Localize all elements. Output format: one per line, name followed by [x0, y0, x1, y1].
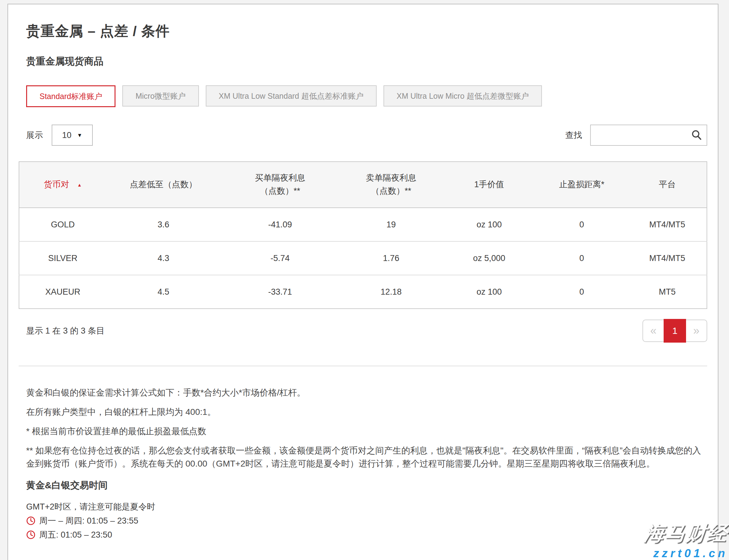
- schedule-weekdays-text: 周一 – 周四: 01:05 – 23:55: [39, 515, 138, 526]
- column-header-lot-value[interactable]: 1手价值: [442, 162, 535, 208]
- stop-level-header-label: 止盈损距离*: [559, 180, 604, 189]
- timezone-note: GMT+2时区，请注意可能是夏令时: [26, 501, 707, 512]
- cell-platform: MT4/MT5: [628, 241, 707, 275]
- table-footer: 显示 1 在 3 的 3 条目 « 1 »: [19, 319, 707, 343]
- cell-swap-long: -5.74: [221, 241, 340, 275]
- tab-standard-account[interactable]: Standard标准账户: [26, 85, 116, 107]
- tab-micro-account[interactable]: Micro微型账户: [122, 85, 199, 107]
- cell-lot-value: oz 100: [442, 275, 535, 309]
- margin-notes: 黄金和白银的保证金需求计算公式如下：手数*合约大小*市场价格/杠杆。 在所有账户…: [26, 386, 704, 470]
- trading-hours-heading: 黄金&白银交易时间: [26, 479, 707, 492]
- cell-swap-long: -33.71: [221, 275, 340, 309]
- table-header-row: 货币对▲ 点差低至（点数） 买单隔夜利息 （点数）** 卖单隔夜利息 （点数）*…: [19, 162, 707, 208]
- account-type-tabs: Standard标准账户 Micro微型账户 XM Ultra Low Stan…: [26, 85, 707, 107]
- spread-header-label: 点差低至（点数）: [130, 180, 197, 189]
- cell-spread: 4.5: [107, 275, 221, 309]
- tab-ultra-low-micro-account[interactable]: XM Ultra Low Micro 超低点差微型账户: [383, 85, 542, 107]
- swap-short-header-line2: （点数）**: [340, 185, 442, 198]
- section-divider: [19, 366, 707, 366]
- column-header-swap-long[interactable]: 买单隔夜利息 （点数）**: [221, 162, 340, 208]
- cell-swap-short: 12.18: [340, 275, 443, 309]
- column-header-swap-short[interactable]: 卖单隔夜利息 （点数）**: [340, 162, 443, 208]
- tab-ultra-low-standard-account[interactable]: XM Ultra Low Standard 超低点差标准账户: [206, 85, 376, 107]
- cell-spread: 4.3: [107, 241, 221, 275]
- schedule-friday: 周五: 01:05 – 23:50: [26, 529, 707, 540]
- site-watermark: 海马财经 zzrt01.cn: [644, 520, 728, 560]
- column-header-symbol[interactable]: 货币对▲: [19, 162, 107, 208]
- note-silver-leverage: 在所有账户类型中，白银的杠杆上限均为 400:1。: [26, 406, 704, 419]
- table-row-gold: GOLD 3.6 -41.09 19 oz 100 0 MT4/MT5: [19, 208, 707, 241]
- cell-stop-level: 0: [536, 241, 628, 275]
- cell-swap-long: -41.09: [221, 208, 340, 241]
- cell-spread: 3.6: [107, 208, 221, 241]
- cell-platform: MT4/MT5: [628, 208, 707, 241]
- lot-value-header-label: 1手价值: [474, 180, 504, 189]
- note-swap-explanation: ** 如果您有仓位持仓过夜的话，那么您会支付或者获取一些金额，该金额便是两个货币…: [26, 444, 704, 470]
- search-icon: [691, 130, 702, 142]
- note-margin-formula: 黄金和白银的保证金需求计算公式如下：手数*合约大小*市场价格/杠杆。: [26, 386, 704, 399]
- cell-stop-level: 0: [536, 275, 628, 309]
- pagination: « 1 »: [642, 319, 707, 343]
- schedule-weekdays: 周一 – 周四: 01:05 – 23:55: [26, 515, 707, 526]
- pagination-next-button[interactable]: »: [685, 320, 707, 342]
- content-card: 贵重金属 – 点差 / 条件 贵重金属现货商品 Standard标准账户 Mic…: [7, 4, 718, 560]
- cell-stop-level: 0: [536, 208, 628, 241]
- search-box: [590, 125, 707, 146]
- trading-hours: GMT+2时区，请注意可能是夏令时 周一 – 周四: 01:05 – 23:55…: [26, 501, 707, 540]
- show-entries-label: 展示: [26, 130, 43, 141]
- pagination-page-1-button[interactable]: 1: [664, 319, 686, 343]
- swap-long-header-line1: 买单隔夜利息: [221, 172, 339, 185]
- page-subtitle: 贵重金属现货商品: [26, 55, 707, 68]
- clock-icon: [26, 516, 36, 525]
- cell-symbol: XAUEUR: [19, 275, 107, 309]
- cell-swap-short: 1.76: [340, 241, 443, 275]
- cell-platform: MT5: [628, 275, 707, 309]
- column-header-platform[interactable]: 平台: [628, 162, 707, 208]
- schedule-friday-text: 周五: 01:05 – 23:50: [39, 529, 112, 540]
- sort-ascending-icon: ▲: [77, 182, 82, 187]
- table-row-xaueur: XAUEUR 4.5 -33.71 12.18 oz 100 0 MT5: [19, 275, 707, 309]
- spreads-table: 货币对▲ 点差低至（点数） 买单隔夜利息 （点数）** 卖单隔夜利息 （点数）*…: [19, 161, 707, 309]
- column-header-spread[interactable]: 点差低至（点数）: [107, 162, 221, 208]
- swap-long-header-line2: （点数）**: [221, 185, 339, 198]
- page-title: 贵重金属 – 点差 / 条件: [26, 22, 707, 40]
- note-stop-level: * 根据当前市价设置挂单的最低止损盈最低点数: [26, 425, 704, 438]
- cell-symbol: SILVER: [19, 241, 107, 275]
- table-row-silver: SILVER 4.3 -5.74 1.76 oz 5,000 0 MT4/MT5: [19, 241, 707, 275]
- platform-header-label: 平台: [659, 180, 675, 189]
- clock-icon: [26, 530, 36, 539]
- page-size-value: 10: [62, 131, 72, 140]
- page-size-select[interactable]: 10 ▼: [52, 125, 93, 146]
- search-label: 查找: [565, 130, 582, 141]
- chevron-down-icon: ▼: [77, 133, 83, 138]
- cell-lot-value: oz 100: [442, 208, 535, 241]
- swap-short-header-line1: 卖单隔夜利息: [340, 172, 442, 185]
- column-header-stop-level[interactable]: 止盈损距离*: [536, 162, 628, 208]
- watermark-site-name: 海马财经: [643, 520, 729, 547]
- entries-summary: 显示 1 在 3 的 3 条目: [26, 325, 105, 336]
- chevrons-right-icon: »: [693, 324, 699, 337]
- cell-lot-value: oz 5,000: [442, 241, 535, 275]
- pagination-prev-button[interactable]: «: [642, 320, 664, 342]
- chevrons-left-icon: «: [650, 324, 656, 337]
- watermark-site-url: zzrt01.cn: [644, 547, 728, 560]
- symbol-header-label: 货币对: [44, 180, 69, 189]
- cell-symbol: GOLD: [19, 208, 107, 241]
- cell-swap-short: 19: [340, 208, 443, 241]
- table-controls: 展示 10 ▼ 查找: [26, 125, 707, 146]
